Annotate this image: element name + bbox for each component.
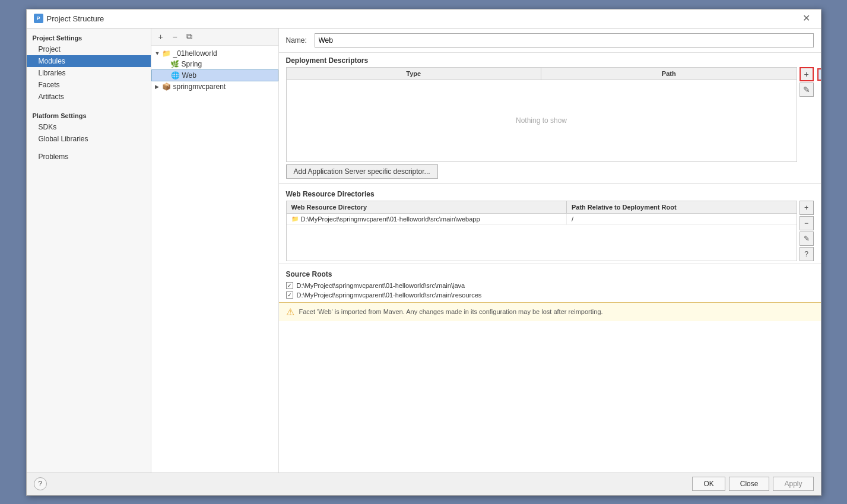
dialog-footer: ? OK Close Apply — [27, 473, 821, 495]
deploy-side-buttons: + 📄 1 web.xml ✎ — [800, 67, 814, 162]
cancel-button[interactable]: Close — [729, 477, 770, 491]
wr-table-row: 📁 D:\MyProject\springmvcparent\01-hellow… — [287, 214, 797, 225]
dialog-body: Project Settings Project Modules Librari… — [27, 28, 821, 473]
sidebar-item-artifacts[interactable]: Artifacts — [27, 91, 151, 103]
sidebar-item-global-libraries[interactable]: Global Libraries — [27, 133, 151, 145]
name-row: Name: — [279, 28, 821, 53]
wr-edit-icon: ✎ — [804, 234, 810, 243]
wr-container: Web Resource Directory Path Relative to … — [286, 201, 814, 261]
warning-icon: ⚠ — [286, 306, 294, 318]
wr-dir-value: D:\MyProject\springmvcparent\01-hellowor… — [301, 215, 480, 223]
wr-section-title: Web Resource Directories — [279, 186, 821, 201]
dialog-title: Project Structure — [47, 14, 104, 23]
sidebar-item-sdks[interactable]: SDKs — [27, 121, 151, 133]
type-col-header: Type — [287, 68, 542, 80]
wr-dir-cell: 📁 D:\MyProject\springmvcparent\01-hellow… — [287, 214, 567, 224]
name-input[interactable] — [315, 33, 814, 47]
source-roots-section: Source Roots ✓ D:\MyProject\springmvcpar… — [279, 264, 821, 300]
sidebar-item-libraries[interactable]: Libraries — [27, 67, 151, 79]
help-button[interactable]: ? — [34, 477, 47, 490]
deploy-table-header: Type Path — [287, 68, 797, 80]
ok-button[interactable]: OK — [692, 477, 725, 491]
right-panel-inner: Deployment Descriptors Type Path Nothing… — [279, 53, 821, 473]
deploy-add-button[interactable]: + 📄 1 web.xml — [800, 67, 814, 81]
wr-remove-button[interactable]: − — [800, 216, 814, 230]
tree-content: ▼ 📁 _01helloworld 🌿 Spring 🌐 Web — [151, 46, 278, 473]
wr-path-cell: / — [567, 214, 797, 224]
title-bar: P Project Structure ✕ — [27, 9, 821, 28]
wr-side-buttons: + − ✎ ? — [800, 201, 814, 261]
add-descriptor-button[interactable]: Add Application Server specific descript… — [286, 164, 438, 179]
wr-table-header: Web Resource Directory Path Relative to … — [287, 201, 797, 214]
close-button[interactable]: ✕ — [799, 12, 814, 24]
wr-dir-icon: 📁 — [291, 215, 299, 222]
deploy-table: Type Path Nothing to show — [286, 67, 797, 162]
tree-node-web[interactable]: 🌐 Web — [151, 69, 278, 81]
tree-add-button[interactable]: + — [155, 31, 167, 43]
src-label-resources: D:\MyProject\springmvcparent\01-hellowor… — [297, 291, 482, 299]
dialog-icon: P — [34, 14, 43, 23]
warning-bar: ⚠ Facet 'Web' is imported from Maven. An… — [279, 302, 821, 321]
deploy-edit-button[interactable]: ✎ — [800, 83, 814, 97]
tree-panel: + − ⧉ ▼ 📁 _01helloworld 🌿 Spring — [151, 28, 279, 473]
sidebar-item-modules[interactable]: Modules — [27, 55, 151, 67]
platform-settings-header: Platform Settings — [27, 109, 151, 121]
tree-remove-button[interactable]: − — [169, 31, 181, 43]
wr-add-icon: + — [804, 204, 808, 212]
title-bar-left: P Project Structure — [34, 14, 104, 23]
main-content: Name: Deployment Descriptors Type Path — [279, 28, 821, 473]
sidebar-item-facets[interactable]: Facets — [27, 79, 151, 91]
src-item-resources: ✓ D:\MyProject\springmvcparent\01-hellow… — [279, 290, 821, 300]
wr-remove-icon: − — [804, 219, 808, 227]
footer-right: OK Close Apply — [692, 477, 813, 491]
wr-table: Web Resource Directory Path Relative to … — [286, 201, 797, 261]
tree-node-springmvcparent[interactable]: ▶ 📦 springmvcparent — [151, 81, 278, 92]
project-settings-header: Project Settings — [27, 31, 151, 43]
wr-dir-col-header: Web Resource Directory — [287, 201, 567, 213]
web-xml-tooltip[interactable]: 📄 1 web.xml — [817, 68, 821, 81]
deploy-table-area: Type Path Nothing to show + 📄 — [286, 67, 814, 162]
tree-copy-button[interactable]: ⧉ — [183, 31, 195, 43]
src-label-java: D:\MyProject\springmvcparent\01-hellowor… — [297, 282, 465, 289]
path-col-header: Path — [541, 68, 797, 80]
sidebar: Project Settings Project Modules Librari… — [27, 28, 151, 473]
deployment-descriptors-title: Deployment Descriptors — [279, 53, 821, 67]
deployment-descriptors-section: Deployment Descriptors Type Path Nothing… — [279, 53, 821, 183]
warning-text: Facet 'Web' is imported from Maven. Any … — [299, 308, 603, 315]
src-checkbox-java[interactable]: ✓ — [286, 282, 293, 289]
deploy-empty-text: Nothing to show — [516, 116, 567, 125]
project-structure-dialog: P Project Structure ✕ Project Settings P… — [26, 9, 821, 496]
wr-help-button[interactable]: ? — [800, 247, 814, 261]
web-resource-directories-section: Web Resource Directories Web Resource Di… — [279, 183, 821, 264]
deploy-table-body: Nothing to show — [287, 80, 797, 161]
deploy-edit-icon: ✎ — [803, 85, 810, 94]
tree-node-spring[interactable]: 🌿 Spring — [151, 59, 278, 69]
name-label: Name: — [286, 36, 310, 45]
footer-left: ? — [34, 477, 47, 490]
src-item-java: ✓ D:\MyProject\springmvcparent\01-hellow… — [279, 281, 821, 290]
sidebar-item-project[interactable]: Project — [27, 43, 151, 55]
tree-toolbar: + − ⧉ — [151, 28, 278, 46]
apply-button[interactable]: Apply — [773, 477, 813, 491]
wr-help-icon: ? — [804, 250, 808, 258]
deploy-add-icon: + — [804, 69, 808, 79]
tree-node-01helloworld[interactable]: ▼ 📁 _01helloworld — [151, 48, 278, 59]
src-checkbox-resources[interactable]: ✓ — [286, 291, 293, 299]
sidebar-item-problems[interactable]: Problems — [27, 151, 151, 163]
source-roots-title: Source Roots — [279, 267, 821, 281]
wr-add-button[interactable]: + — [800, 201, 814, 215]
wr-path-col-header: Path Relative to Deployment Root — [567, 201, 797, 213]
wr-edit-button[interactable]: ✎ — [800, 232, 814, 246]
